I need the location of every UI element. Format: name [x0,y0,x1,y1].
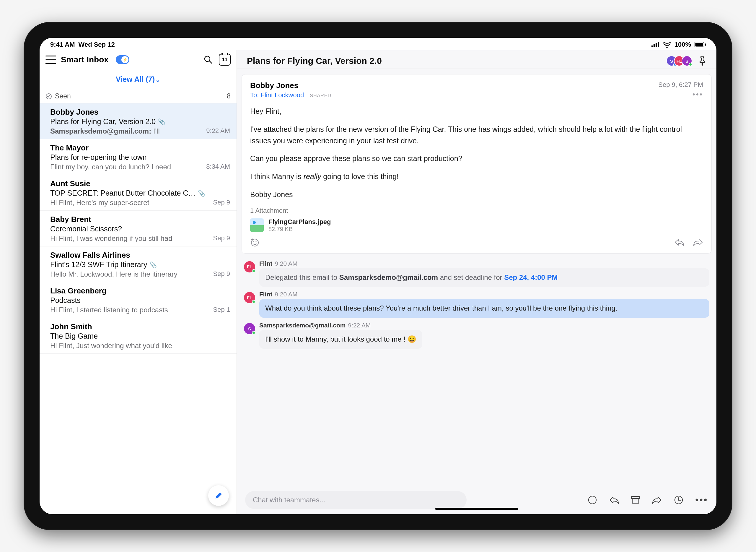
wifi-icon [663,42,671,47]
avatar: S [244,323,255,334]
inbox-title: Smart Inbox [61,55,109,64]
react-icon[interactable] [250,238,259,247]
email-sender: Lisa Greenberg [50,286,230,295]
forward-icon[interactable] [693,239,703,246]
menu-icon[interactable] [45,55,56,64]
email-subject: Plans for Flying Car, Version 2.0📎 [50,117,230,126]
circle-icon[interactable] [588,495,597,505]
status-bar: 9:41 AM Wed Sep 12 100% [40,38,716,50]
svg-rect-2 [655,43,657,47]
thread-title: Plans for Flying Car, Version 2.0 [247,56,669,66]
email-preview: Hi Flint, I started listening to podcast… [50,306,168,314]
chat-message: FLFlint9:20 AMDelegated this email to Sa… [244,260,709,287]
email-time: Sep 1 [213,306,230,314]
email-subject: TOP SECRET: Peanut Butter Chocolate C…📎 [50,189,230,197]
email-item[interactable]: Swallow Falls AirlinesFlint's 12/3 SWF T… [40,247,236,282]
pin-icon[interactable] [698,56,706,65]
email-sender: Bobby Jones [50,108,230,117]
email-time: Sep 9 [213,198,230,207]
email-preview: Hi Flint, I was wondering if you still h… [50,234,172,243]
section-label: Seen [55,92,71,100]
view-all-button[interactable]: View All (7)⌄ [40,68,236,89]
signal-icon [651,42,660,47]
section-count: 8 [227,92,231,100]
reply-icon[interactable] [609,496,619,504]
chevron-down-icon: ⌄ [155,77,160,83]
svg-rect-6 [705,43,706,46]
more-icon[interactable]: ••• [695,495,708,505]
chat-bubble[interactable]: What do you think about these plans? You… [259,299,709,318]
email-time: 8:34 AM [206,163,230,171]
message-body: Hey Flint, I've attached the plans for t… [250,106,703,200]
tablet-frame: 9:41 AM Wed Sep 12 100% [24,22,732,530]
email-sender: The Mayor [50,143,230,152]
email-time: Sep 9 [213,234,230,243]
email-subject: Flint's 12/3 SWF Trip Itinerary📎 [50,260,230,269]
search-icon[interactable] [202,54,214,65]
email-sender: Swallow Falls Airlines [50,251,230,260]
status-date: Wed Sep 12 [78,41,115,48]
email-item[interactable]: Aunt SusieTOP SECRET: Peanut Butter Choc… [40,175,236,211]
smart-toggle[interactable] [116,55,129,64]
email-preview: Flint my boy, can you do lunch? I need [50,163,171,171]
email-preview: Hello Mr. Lockwood, Here is the itinerar… [50,270,178,278]
svg-line-8 [209,61,212,63]
email-item[interactable]: Bobby JonesPlans for Flying Car, Version… [40,104,236,139]
email-subject: Podcasts [50,296,230,305]
email-subject: Ceremonial Scissors? [50,225,230,233]
message-to[interactable]: To: Flint Lockwood SHARED [250,91,331,99]
attachment-count: 1 Attachment [250,207,703,215]
reply-icon[interactable] [674,239,684,246]
email-time: Sep 9 [213,270,230,278]
email-item[interactable]: Lisa GreenbergPodcastsHi Flint, I starte… [40,282,236,318]
email-preview: Hi Flint, Just wondering what you'd like [50,341,172,350]
image-icon [250,219,264,232]
email-item[interactable]: The MayorPlans for re-opening the townFl… [40,139,236,175]
svg-rect-0 [651,45,652,47]
svg-rect-3 [658,42,659,47]
email-sender: Aunt Susie [50,179,230,188]
paperclip-icon: 📎 [149,261,157,268]
email-item[interactable]: John SmithThe Big GameHi Flint, Just won… [40,318,236,354]
sidebar: Smart Inbox 11 View All (7)⌄ Seen 8 Bob [40,50,237,514]
status-time: 9:41 AM [50,41,75,48]
chat-message: SSamsparksdemo@gmail.com9:22 AMI'll show… [244,322,709,349]
message-from: Bobby Jones [250,81,331,90]
svg-point-13 [589,496,596,504]
compose-button[interactable] [208,485,229,506]
chat-bubble[interactable]: Delegated this email to Samsparksdemo@gm… [259,268,709,287]
svg-rect-1 [653,44,655,47]
attachment-size: 82.79 KB [268,226,331,233]
battery-icon [695,42,706,47]
home-indicator[interactable] [435,508,518,510]
attachment[interactable]: FlyingCarPlans.jpeg 82.79 KB [250,218,703,233]
participant-avatars[interactable]: S FL S [669,55,692,66]
chat-input[interactable]: Chat with teammates... [245,491,466,509]
message-date: Sep 9, 6:27 PM [658,81,703,89]
chat-meta: Flint9:20 AM [259,291,709,298]
svg-point-11 [253,241,254,242]
email-preview: Hi Flint, Here's my super-secret [50,198,149,207]
chat-message: FLFlint9:20 AMWhat do you think about th… [244,291,709,318]
avatar: S [682,55,692,66]
svg-rect-5 [696,43,704,47]
more-icon[interactable]: ••• [658,90,703,99]
chat-thread: FLFlint9:20 AMDelegated this email to Sa… [237,259,716,353]
svg-point-12 [255,241,256,242]
forward-icon[interactable] [652,496,662,504]
email-subject: Plans for re-opening the town [50,153,230,162]
attachment-name: FlyingCarPlans.jpeg [268,218,331,226]
email-message: Bobby Jones To: Flint Lockwood SHARED Se… [241,74,712,254]
email-time: 9:22 AM [206,127,230,135]
email-item[interactable]: Baby BrentCeremonial Scissors?Hi Flint, … [40,211,236,247]
screen: 9:41 AM Wed Sep 12 100% [40,38,716,514]
email-preview: Samsparksdemo@gmail.com: I'll [50,127,160,135]
calendar-icon[interactable]: 11 [219,54,231,65]
shared-label: SHARED [310,93,331,98]
paperclip-icon: 📎 [158,118,165,125]
chat-bubble[interactable]: I'll show it to Manny, but it looks good… [259,330,422,349]
archive-icon[interactable] [631,496,640,504]
section-seen[interactable]: Seen 8 [40,89,236,104]
paperclip-icon: 📎 [198,190,205,197]
snooze-icon[interactable] [674,495,683,505]
